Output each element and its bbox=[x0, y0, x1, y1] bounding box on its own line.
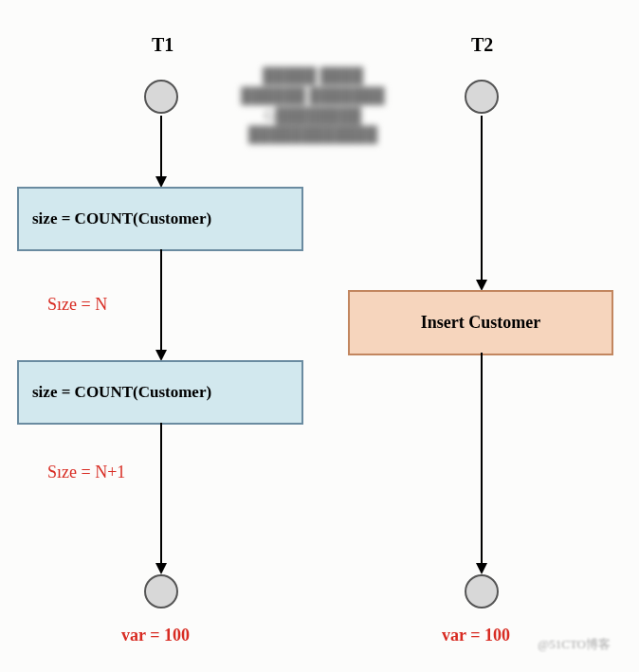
t1-arrow-2-line bbox=[160, 249, 162, 352]
t1-arrow-1-line bbox=[160, 116, 162, 178]
t2-end-circle bbox=[465, 574, 499, 608]
t2-arrow-1-line bbox=[481, 116, 483, 282]
t2-insert-box: Insert Customer bbox=[348, 290, 613, 355]
size-n1-label: Sıze = N+1 bbox=[47, 463, 125, 482]
t2-arrow-2-line bbox=[481, 353, 483, 565]
thread-t1-label: T1 bbox=[152, 34, 173, 56]
size-n-label: Sıze = N bbox=[47, 295, 107, 315]
t1-arrow-3-line bbox=[160, 423, 162, 565]
t1-start-circle bbox=[144, 80, 178, 114]
t1-end-circle bbox=[144, 574, 178, 608]
t2-var-label: var = 100 bbox=[442, 626, 510, 645]
blurred-text-area: █████ ████ ██████ ███████ G████████ ████… bbox=[218, 66, 408, 145]
t1-var-label: var = 100 bbox=[121, 626, 190, 645]
thread-t2-label: T2 bbox=[471, 34, 493, 56]
t2-start-circle bbox=[465, 80, 499, 114]
t1-count-box-2: size = COUNT(Customer) bbox=[17, 360, 303, 425]
t2-arrow-2-head bbox=[476, 563, 487, 574]
t1-arrow-3-head bbox=[155, 563, 167, 574]
t1-count-box-1: size = COUNT(Customer) bbox=[17, 187, 303, 251]
watermark-text: @51CTO博客 bbox=[538, 636, 611, 653]
